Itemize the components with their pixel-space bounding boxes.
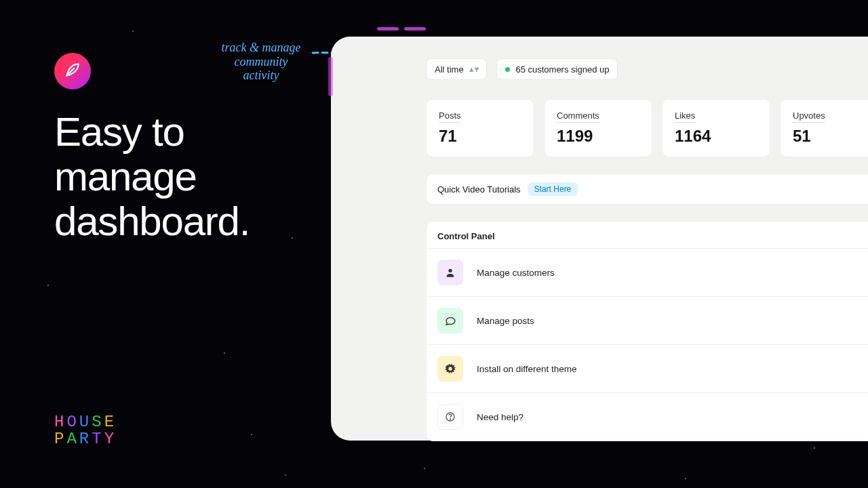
- stat-value: 1199: [557, 127, 639, 146]
- signup-status: 65 customers signed up: [496, 58, 618, 80]
- feather-icon: [64, 61, 81, 81]
- control-panel: Control Panel Manage customersManage pos…: [426, 221, 868, 441]
- control-panel-item-label: Need help?: [477, 412, 524, 422]
- control-panel-item[interactable]: Manage posts: [427, 296, 868, 344]
- user-icon: [437, 260, 463, 285]
- sort-icon: ▲▼: [468, 66, 479, 73]
- hero-title: Easy to manage dashboard.: [54, 110, 298, 244]
- window-accent: [377, 27, 426, 30]
- start-here-badge[interactable]: Start Here: [528, 182, 578, 196]
- stat-card[interactable]: Posts71: [426, 99, 534, 157]
- time-range-label: All time: [435, 64, 464, 75]
- control-panel-item-label: Install on different theme: [477, 364, 577, 374]
- stat-card[interactable]: Upvotes51: [780, 99, 868, 157]
- stat-card[interactable]: Likes1164: [662, 99, 770, 157]
- stat-value: 1164: [675, 127, 757, 146]
- control-panel-item-label: Manage posts: [477, 316, 534, 326]
- tutorials-label: Quick Video Tutorials: [437, 184, 521, 195]
- control-panel-item[interactable]: Manage customers: [427, 248, 868, 296]
- status-dot-icon: [505, 67, 510, 72]
- stat-value: 51: [793, 127, 868, 146]
- stat-value: 71: [439, 127, 521, 146]
- control-panel-item[interactable]: Install on different theme: [427, 344, 868, 392]
- brand-wordmark: HOUSEPARTY: [54, 413, 117, 447]
- app-logo: [54, 53, 91, 89]
- annotation-track: track & managecommunityactivity: [210, 41, 312, 83]
- control-panel-item[interactable]: Need help?: [427, 392, 868, 441]
- tutorials-bar[interactable]: Quick Video Tutorials Start Here: [426, 174, 868, 205]
- stat-label: Posts: [439, 110, 461, 123]
- svg-point-2: [450, 419, 450, 420]
- signup-status-label: 65 customers signed up: [515, 64, 609, 75]
- svg-point-0: [448, 269, 452, 272]
- control-panel-header: Control Panel: [427, 222, 868, 248]
- gear-icon: [437, 356, 463, 382]
- stat-label: Upvotes: [793, 110, 825, 123]
- window-accent-side: [328, 57, 333, 96]
- stat-card[interactable]: Comments1199: [544, 99, 652, 157]
- stat-label: Comments: [557, 110, 599, 123]
- help-icon: [437, 404, 463, 430]
- chat-icon: [437, 308, 463, 333]
- dashboard-panel: All time ▲▼ 65 customers signed up Posts…: [331, 37, 868, 441]
- time-range-filter[interactable]: All time ▲▼: [426, 58, 487, 80]
- control-panel-item-label: Manage customers: [477, 268, 555, 278]
- stats-row: Posts71Comments1199Likes1164Upvotes51: [426, 99, 868, 157]
- stat-label: Likes: [675, 110, 695, 123]
